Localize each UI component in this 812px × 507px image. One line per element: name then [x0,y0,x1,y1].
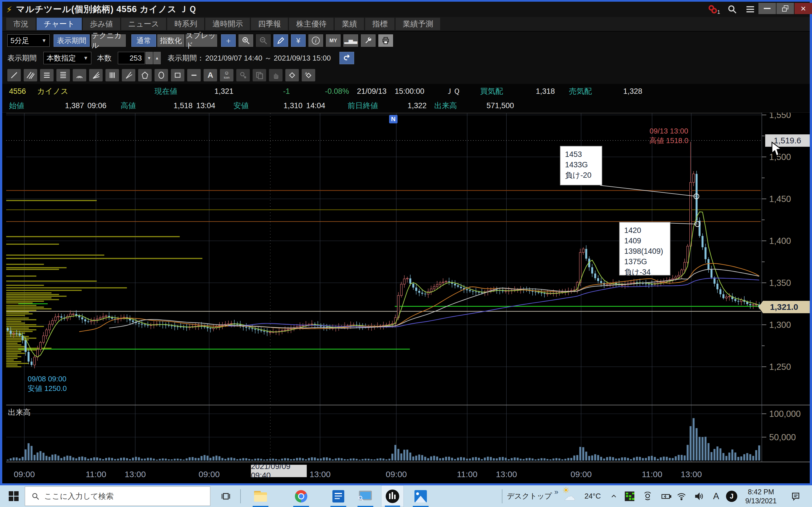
link-group-count: 1 [717,9,720,15]
search-icon [31,492,40,501]
tab-chart[interactable]: チャート [37,18,82,30]
count-step-up-button[interactable]: ▲ [153,52,161,64]
horizontal-lines-3-tool[interactable] [40,69,54,81]
tray-led-app-icon[interactable] [622,485,637,507]
ime-mode-j[interactable]: J [724,485,739,507]
hidden-icons-chevron[interactable] [607,485,621,507]
quote-time: 15:00:00 [395,87,424,96]
battery-tray-icon[interactable] [659,485,674,507]
title-bar[interactable]: ⚡ マルチツール(個別銘柄) 4556 カイノス ＪＱ 1 × [2,2,810,17]
yen-scale-button[interactable]: ¥ [291,34,306,47]
print-button[interactable] [378,34,393,47]
spread-mode-button[interactable]: スプレッド [186,34,217,47]
menu-icon[interactable] [743,3,758,15]
toolbar-chevrons[interactable]: » [554,488,558,496]
tab-news[interactable]: ニュース [121,18,166,30]
settings-wrench-button[interactable] [361,34,375,47]
icon-stamp-tool[interactable]: ☺icon [220,69,234,81]
erase-all-tool[interactable]: A [302,69,315,81]
area-chart-button[interactable]: ▂▅▃ [343,34,358,47]
action-center-icon[interactable] [786,485,805,507]
price-volume-chart[interactable]: 1,5501,5001,4501,4001,3501,3001,250100,0… [2,113,810,483]
trendline-tool[interactable] [7,69,21,81]
document-app-icon[interactable] [327,485,350,507]
low-label: 安値 [234,101,249,111]
tab-shikiho[interactable]: 四季報 [251,18,288,30]
svg-text:1,400: 1,400 [769,236,791,246]
svg-text:A: A [305,71,308,75]
tab-ticks[interactable]: 歩み値 [83,18,120,30]
webcam-tray-icon[interactable] [641,485,655,507]
restore-button[interactable] [776,3,794,14]
search-icon[interactable] [725,3,740,15]
photos-app-icon[interactable] [409,485,432,507]
temperature-label[interactable]: 24°C [578,485,607,507]
horizontal-lines-4-tool[interactable] [56,69,70,81]
clock[interactable]: 8:42 PM 9/13/2021 [743,485,779,507]
task-view-button[interactable] [216,485,236,507]
fibonacci-arc-tool[interactable] [73,69,86,81]
normal-mode-button[interactable]: 通常 [132,34,156,47]
chrome-icon[interactable] [290,485,312,507]
bar-count-input[interactable]: 253 [118,52,145,64]
trading-app-icon[interactable] [381,485,404,507]
reset-period-button[interactable] [340,52,354,64]
display-period-button[interactable]: 表示期間 [54,34,90,47]
windows-taskbar: ここに入力して検索 [0,485,812,507]
taskbar-separator [502,489,502,503]
text-tool[interactable]: A [204,69,217,81]
news-marker-badge[interactable]: N [389,115,398,123]
rectangle-tool[interactable] [171,69,185,81]
speed-lines-tool[interactable] [122,69,135,81]
weather-icon[interactable]: ☀ ☁ [562,485,577,507]
ellipse-tool[interactable] [154,69,168,81]
start-button[interactable] [4,485,22,507]
indexed-mode-button[interactable]: 指数化 [157,34,185,47]
tab-disclosure[interactable]: 適時開示 [205,18,250,30]
volume-tray-icon[interactable] [691,485,707,507]
tab-benefit[interactable]: 株主優待 [289,18,334,30]
period-mode-select[interactable]: 本数指定▼ [43,52,91,64]
window-title: マルチツール(個別銘柄) 4556 カイノス ＪＱ [16,3,197,15]
my-indicator-button[interactable]: MY [326,34,341,47]
timeframe-select[interactable]: 5分足▼ [7,34,50,47]
screen-capture-app-icon[interactable] [354,485,377,507]
parallel-lines-tool[interactable] [24,69,37,81]
horizontal-segment-tool[interactable] [187,69,201,81]
low-time: 14:04 [306,101,325,110]
tab-timeseries[interactable]: 時系列 [167,18,204,30]
pentagon-tool[interactable] [138,69,152,81]
desktop-toolbar-label[interactable]: デスクトップ [507,485,552,507]
count-step-down-button[interactable]: ▼ [146,52,153,64]
svg-text:13:00: 13:00 [680,469,702,479]
info-button[interactable]: i [308,34,323,47]
vertical-lines-tool[interactable] [105,69,119,81]
minimize-button[interactable] [758,3,776,14]
crosshair-button[interactable]: ＋ [221,34,236,47]
tab-market[interactable]: 市況 [6,18,36,30]
tab-forecast[interactable]: 業績予測 [396,18,440,30]
chevron-down-icon: ▼ [42,38,47,44]
file-explorer-icon[interactable] [249,485,272,507]
svg-text:100,000: 100,000 [769,409,801,419]
close-button[interactable]: × [795,3,812,14]
ime-mode-a[interactable]: A [710,485,722,507]
trade-note-box-2[interactable]: 1420 1409 1398(1409) 1375G 負け-34 [619,222,670,276]
high-label: 高値 [121,101,136,111]
zoom-in-button[interactable] [239,34,253,47]
tab-indicators[interactable]: 指標 [365,18,395,30]
wifi-tray-icon[interactable] [674,485,689,507]
svg-text:11:00: 11:00 [86,469,106,479]
draw-pencil-button[interactable] [273,34,288,47]
taskbar-search-input[interactable]: ここに入力して検索 [25,487,210,506]
svg-text:11:00: 11:00 [457,469,477,479]
technical-button[interactable]: テクニカル [91,34,126,47]
trade-note-box-1[interactable]: 1453 1433G 負け-20 [560,146,602,185]
fan-lines-tool[interactable] [89,69,103,81]
link-group-icon[interactable]: 1 [707,3,722,15]
tab-results[interactable]: 業績 [335,18,364,30]
eraser-tool[interactable] [285,69,299,81]
last-price-tag: 1,321.0 [758,301,810,313]
prev-close-price: 1,322 [398,101,426,110]
svg-text:09:00: 09:00 [571,469,592,479]
